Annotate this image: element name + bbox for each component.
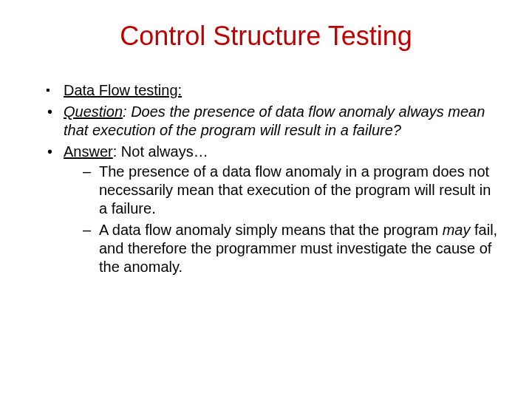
slide-content: Data Flow testing: Question: Does the pr… (0, 81, 532, 276)
sub2-may: may (443, 222, 471, 238)
heading-text: Data Flow testing: (64, 82, 182, 98)
bullet-list: Data Flow testing: Question: Does the pr… (24, 81, 502, 276)
answer-label: Answer (64, 143, 113, 160)
bullet-heading: Data Flow testing: (46, 81, 502, 100)
slide: Control Structure Testing Data Flow test… (0, 21, 532, 399)
bullet-question: Question: Does the presence of data flow… (46, 103, 502, 140)
sub-bullet-2: A data flow anomaly simply means that th… (83, 221, 502, 276)
question-text: : Does the presence of data flow anomaly… (64, 103, 485, 138)
sub2-text-a: A data flow anomaly simply means that th… (99, 222, 443, 238)
bullet-answer: Answer: Not always… The presence of a da… (46, 143, 502, 276)
slide-title: Control Structure Testing (0, 21, 532, 52)
question-label: Question (64, 103, 123, 120)
sub-bullet-1: The presence of a data flow anomaly in a… (83, 163, 502, 218)
answer-text: : Not always… (113, 143, 208, 160)
sub1-text: The presence of a data flow anomaly in a… (99, 163, 491, 216)
sub-bullet-list: The presence of a data flow anomaly in a… (64, 163, 502, 276)
